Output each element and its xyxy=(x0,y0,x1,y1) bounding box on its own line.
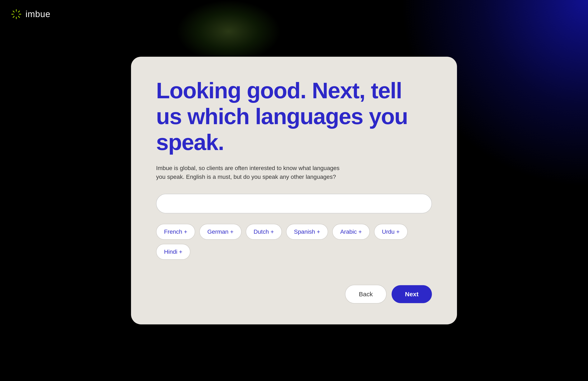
button-row: Back Next xyxy=(156,285,432,303)
imbue-logo-icon xyxy=(10,8,22,20)
language-chips-container: French +German +Dutch +Spanish +Arabic +… xyxy=(156,224,432,260)
search-input-wrapper[interactable] xyxy=(156,194,432,213)
next-button[interactable]: Next xyxy=(392,285,432,303)
language-search-input[interactable] xyxy=(165,200,423,207)
logo-text: imbue xyxy=(25,9,50,19)
svg-line-5 xyxy=(18,11,20,12)
chip-french[interactable]: French + xyxy=(156,224,195,240)
page-subtext: Imbue is global, so clients are often in… xyxy=(156,164,344,181)
chip-spanish[interactable]: Spanish + xyxy=(286,224,328,240)
page-heading: Looking good. Next, tell us which langua… xyxy=(156,78,432,155)
chip-arabic[interactable]: Arabic + xyxy=(332,224,370,240)
chip-dutch[interactable]: Dutch + xyxy=(246,224,282,240)
search-container xyxy=(156,194,432,213)
svg-line-8 xyxy=(13,11,14,12)
chip-german[interactable]: German + xyxy=(199,224,241,240)
main-card: Looking good. Next, tell us which langua… xyxy=(131,57,457,324)
back-button[interactable]: Back xyxy=(345,285,387,303)
svg-line-7 xyxy=(18,16,20,18)
bg-gradient-green xyxy=(176,0,281,63)
logo: imbue xyxy=(10,8,50,20)
chip-urdu[interactable]: Urdu + xyxy=(374,224,408,240)
svg-line-6 xyxy=(13,16,14,18)
chip-hindi[interactable]: Hindi + xyxy=(156,244,190,260)
